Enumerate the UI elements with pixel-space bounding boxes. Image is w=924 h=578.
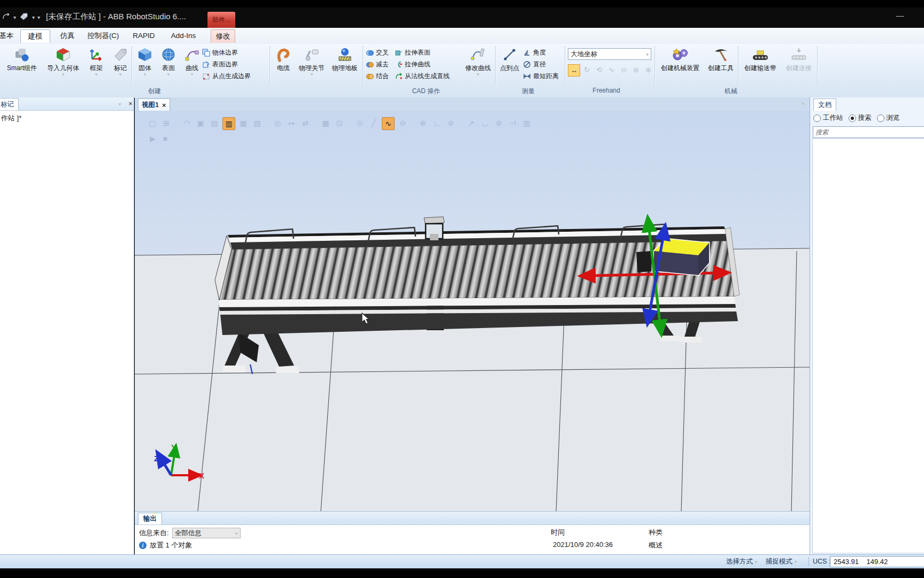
tab-modify[interactable]: 修改 (211, 29, 235, 43)
output-message-row[interactable]: 放置 1 个对象 (139, 541, 192, 550)
border-from-points-button[interactable]: 从点生成边界 (202, 71, 251, 81)
minimize-button[interactable] (892, 11, 908, 22)
view-style-icon[interactable]: ▢ (147, 117, 158, 129)
radio-search[interactable]: 搜索 (849, 113, 872, 123)
panel-menu-icon[interactable] (116, 100, 124, 108)
solid-dropdown-icon[interactable] (143, 72, 146, 77)
snap-ucs-icon[interactable]: ⊘ (445, 117, 457, 129)
view-tabrow-menu-icon[interactable] (799, 99, 807, 108)
output-col-time[interactable]: 时间 (551, 528, 565, 537)
select-mechanism-icon[interactable]: ▧ (251, 117, 263, 129)
radio-search-icon[interactable] (849, 115, 856, 122)
intersect-button[interactable]: 交叉 (366, 47, 389, 58)
physical-joint-button[interactable]: 物理关节 (296, 45, 327, 86)
measure-history-icon[interactable]: ▥ (521, 117, 533, 129)
snap-mode-button[interactable]: 捕捉模式 (766, 557, 797, 566)
point-to-point-button[interactable]: 点到点 (497, 45, 522, 86)
solid-button[interactable]: 固体 (134, 45, 156, 86)
view1-close-icon[interactable] (162, 101, 166, 109)
stop-icon[interactable] (163, 134, 167, 143)
snap-edge-icon[interactable]: ⊖ (397, 117, 409, 129)
modify-curve-button[interactable]: 修改曲线 (462, 45, 494, 86)
rotate-tool-icon[interactable]: ↻ (581, 64, 592, 75)
cable-button[interactable]: 电缆 (272, 45, 295, 86)
modify-curve-dropdown-icon[interactable] (476, 72, 479, 77)
snap-object-center-icon[interactable]: ⊡ (334, 117, 345, 129)
reference-coordinate-combo[interactable]: 大地坐标 (568, 48, 651, 60)
angle-button[interactable]: 角度 (523, 47, 546, 58)
select-group-icon[interactable]: ▦ (237, 117, 249, 129)
tag-icon[interactable] (19, 12, 29, 21)
measure-point-to-point-icon[interactable]: ↗ (465, 117, 477, 129)
select-body-icon[interactable]: ▤ (209, 117, 220, 129)
surface-dropdown-icon[interactable] (167, 72, 170, 77)
tab-controller[interactable]: 控制器(C) (83, 29, 123, 42)
select-target-icon[interactable]: ◎ (272, 117, 283, 129)
import-geometry-dropdown-icon[interactable] (61, 72, 64, 77)
diameter-button[interactable]: 直径 (523, 59, 546, 70)
tag-button[interactable]: 标记 (109, 45, 132, 86)
measure-angle-icon[interactable]: ◡ (479, 117, 491, 129)
tab-addins[interactable]: Add-Ins (167, 29, 200, 42)
snap-grid-icon[interactable]: ▩ (320, 117, 332, 129)
line-from-normal-button[interactable]: 从法线生成直线 (395, 71, 450, 81)
physical-floor-button[interactable]: 物理地板 (328, 45, 361, 86)
documents-search-input[interactable] (813, 126, 924, 138)
output-source-combo[interactable]: 全部信息 (172, 528, 241, 538)
import-geometry-button[interactable]: 导入几何体 (43, 45, 83, 86)
snap-midpoint-icon[interactable]: ╱ (368, 117, 380, 129)
context-group-tab[interactable]: 部件... (207, 12, 235, 28)
extrude-surface-button[interactable]: 拉伸表面 (395, 47, 430, 58)
tab-rapid[interactable]: RAPID (128, 29, 159, 42)
tag-dropdown2-icon[interactable] (119, 72, 121, 77)
create-tool-button[interactable]: 创建工具 (705, 45, 737, 86)
multirobot-jog-tool-icon[interactable]: ⊕ (643, 64, 654, 75)
frame-button[interactable]: 框架 (84, 45, 108, 86)
zoom-window-icon[interactable]: ⊞ (160, 117, 172, 129)
snap-center-icon[interactable]: ⊙ (354, 117, 366, 129)
workstation-tree-item[interactable]: 作站 ]* (1, 113, 21, 123)
select-curve-icon[interactable]: ◠ (181, 117, 192, 129)
viewport-3d[interactable]: X Y Z ▢⊞◠▣▤▥▦▧◎↦⇄▩⊡⊙╱∿⊖⊕∟⊘↗◡⊘⊣▥ (135, 111, 810, 511)
3d-scene[interactable]: X Y Z (135, 111, 810, 511)
documents-tab[interactable]: 文档 (813, 98, 836, 111)
tag-panel-tab[interactable]: 标记 (0, 98, 19, 110)
output-tab[interactable]: 输出 (138, 513, 162, 524)
body-border-button[interactable]: 物体边界 (202, 47, 238, 58)
customize-qat-icon[interactable] (37, 12, 40, 21)
select-move-instr-icon[interactable]: ↦ (286, 117, 297, 129)
select-part-icon[interactable]: ▥ (222, 117, 235, 130)
radio-workstation[interactable]: 工作站 (813, 113, 843, 123)
select-path-icon[interactable]: ⇄ (299, 117, 311, 129)
physical-joint-dropdown-icon[interactable] (310, 72, 313, 77)
tab-modeling[interactable]: 建模 (20, 29, 50, 43)
tag-dropdown-icon[interactable] (32, 12, 35, 21)
radio-browse-icon[interactable] (877, 115, 884, 122)
union-button[interactable]: 结合 (366, 71, 389, 81)
jog-reorient-tool-icon[interactable]: ⊚ (630, 64, 642, 75)
smart-component-button[interactable]: Smart组件 (2, 45, 42, 86)
surface-border-button[interactable]: 表面边界 (202, 59, 238, 70)
view1-tab[interactable]: 视图1 (138, 98, 170, 111)
curve-dropdown-icon[interactable] (190, 72, 193, 77)
output-col-category[interactable]: 种类 (649, 528, 663, 537)
snap-gravity-icon[interactable]: ⊕ (417, 117, 429, 129)
jog-joint-tool-icon[interactable]: ∿ (606, 64, 617, 75)
jog-linear-tool-icon[interactable]: ⊙ (618, 64, 629, 75)
documents-results-area[interactable] (812, 138, 924, 553)
curve-button[interactable]: 曲线 (181, 45, 203, 86)
measure-min-distance-icon[interactable]: ⊣ (507, 117, 519, 129)
create-mechanism-button[interactable]: 创建机械装置 (657, 45, 704, 86)
selection-mode-button[interactable]: 选择方式 (726, 557, 758, 566)
pan-tool-icon[interactable]: ⟲ (594, 64, 605, 75)
measure-diameter-icon[interactable]: ⊘ (493, 117, 505, 129)
subtract-button[interactable]: 减去 (366, 59, 389, 70)
move-tool-icon[interactable]: ↔ (568, 64, 580, 77)
tab-simulation[interactable]: 仿真 (53, 29, 81, 42)
snap-local-origin-icon[interactable]: ∟ (431, 117, 443, 129)
frame-dropdown-icon[interactable] (95, 72, 97, 77)
snap-endpoint-icon[interactable]: ∿ (382, 117, 395, 130)
tab-basic[interactable]: 基本 (0, 29, 20, 42)
radio-browse[interactable]: 浏览 (877, 113, 900, 123)
surface-button[interactable]: 表面 (157, 45, 180, 86)
